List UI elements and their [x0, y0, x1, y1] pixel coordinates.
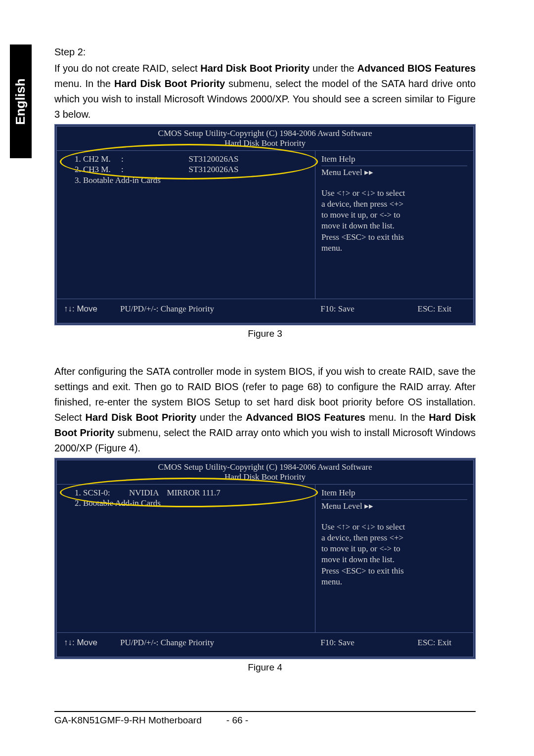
p1-bold-2: Advanced BIOS Features: [357, 63, 476, 74]
bios-list-row-2: 2. CH3 M. : ST3120026AS: [75, 164, 310, 175]
bios-list-row-3: 3. Bootable Add-in Cards: [75, 175, 310, 185]
bios-body: 1. CH2 M. : ST3120026AS 2. CH3 M. : ST31…: [57, 150, 473, 299]
bios-help-panel-4: Item Help Menu Level ▸▸ Use <↑> or <↓> t…: [315, 485, 473, 632]
bios-help-text: Use <↑> or <↓> to select a device, then …: [321, 188, 410, 254]
p1-text-b: under the: [310, 63, 357, 74]
p2-text-d: submenu, select the RAID array onto whic…: [54, 427, 476, 453]
step-label: Step 2:: [54, 44, 476, 60]
bios-list-row-2b: 2. Bootable Add-in Cards: [75, 498, 310, 508]
bios-menu-level-4: Menu Level ▸▸: [321, 501, 467, 522]
p1-text-c: menu. In the: [54, 78, 114, 89]
bios-footer-change: PU/PD/+/-: Change Priority: [120, 304, 289, 314]
bios-screenshot-fig4: CMOS Setup Utility-Copyright (C) 1984-20…: [54, 458, 476, 659]
bios-footer-move-4: ↑↓: Move: [64, 638, 120, 648]
figure-3-caption: Figure 3: [54, 328, 476, 339]
p1-text-a: If you do not create RAID, select: [54, 63, 200, 74]
bios-help-title-4: Item Help: [321, 488, 467, 500]
page-footer: GA-K8N51GMF-9-RH Motherboard - 66 -: [54, 715, 476, 726]
p2-bold-2: Advanced BIOS Features: [246, 412, 365, 423]
bios-subtitle: Hard Disk Boot Priority: [57, 138, 473, 150]
bios-title-4: CMOS Setup Utility-Copyright (C) 1984-20…: [57, 460, 473, 472]
bios-device-list: 1. CH2 M. : ST3120026AS 2. CH3 M. : ST31…: [57, 151, 315, 299]
p1-bold-1: Hard Disk Boot Priority: [200, 63, 310, 74]
paragraph-1: If you do not create RAID, select Hard D…: [54, 61, 476, 122]
bios-footer-save: F10: Save: [289, 304, 386, 314]
p2-bold-1: Hard Disk Boot Priority: [86, 412, 196, 423]
bios-list-row-1b: 1. SCSI-0: NVIDIA MIRROR 111.7: [75, 488, 310, 498]
language-tab: English: [10, 44, 32, 158]
footer-page-number: - 66 -: [222, 715, 252, 726]
bios-help-title: Item Help: [321, 154, 467, 166]
footer-model: GA-K8N51GMF-9-RH Motherboard: [54, 715, 222, 726]
bios-footer-change-4: PU/PD/+/-: Change Priority: [120, 638, 289, 648]
page-content: Step 2: If you do not create RAID, selec…: [54, 44, 476, 673]
bios-screenshot-fig3: CMOS Setup Utility-Copyright (C) 1984-20…: [54, 124, 476, 325]
bios-subtitle-4: Hard Disk Boot Priority: [57, 472, 473, 484]
language-label: English: [13, 78, 29, 125]
bios-footer: ↑↓: Move PU/PD/+/-: Change Priority F10:…: [57, 299, 473, 323]
bios-menu-level: Menu Level ▸▸: [321, 167, 467, 188]
bios-title: CMOS Setup Utility-Copyright (C) 1984-20…: [57, 127, 473, 138]
bios-footer-move: ↑↓: Move: [64, 304, 120, 314]
footer-divider: [54, 711, 476, 712]
bios-footer-exit: ESC: Exit: [386, 304, 466, 314]
p2-text-c: menu. In the: [365, 412, 429, 423]
bios-footer-save-4: F10: Save: [289, 638, 386, 648]
paragraph-2: After configuring the SATA controller mo…: [54, 364, 476, 456]
bios-footer-exit-4: ESC: Exit: [386, 638, 466, 648]
bios-list-row-1: 1. CH2 M. : ST3120026AS: [75, 154, 310, 164]
bios-help-panel: Item Help Menu Level ▸▸ Use <↑> or <↓> t…: [315, 151, 473, 299]
figure-4-caption: Figure 4: [54, 662, 476, 673]
bios-footer-4: ↑↓: Move PU/PD/+/-: Change Priority F10:…: [57, 632, 473, 657]
p2-text-b: under the: [196, 412, 246, 423]
bios-help-text-4: Use <↑> or <↓> to select a device, then …: [321, 522, 410, 587]
bios-device-list-4: 1. SCSI-0: NVIDIA MIRROR 111.7 2. Bootab…: [57, 485, 315, 632]
p1-bold-3: Hard Disk Boot Priority: [114, 78, 225, 89]
bios-body-4: 1. SCSI-0: NVIDIA MIRROR 111.7 2. Bootab…: [57, 484, 473, 632]
